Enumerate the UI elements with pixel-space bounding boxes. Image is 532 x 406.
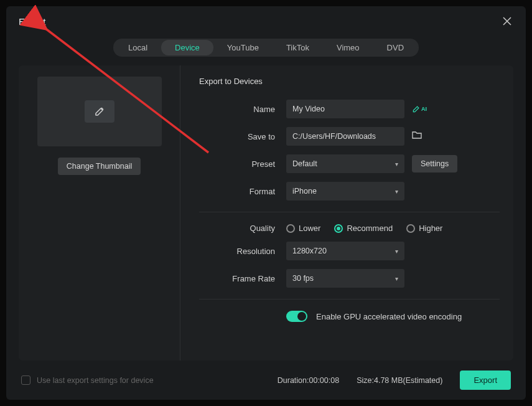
export-button[interactable]: Export <box>460 371 511 390</box>
row-gpu-toggle: Enable GPU accelerated video encoding <box>286 311 500 322</box>
resolution-label: Resolution <box>199 247 286 256</box>
tab-bar-container: Local Device YouTube TikTok Vimeo DVD <box>6 32 526 65</box>
preset-settings-button[interactable]: Settings <box>412 155 457 172</box>
dialog-header: Export <box>6 6 526 32</box>
dialog-title: Export <box>19 16 45 27</box>
saveto-label: Save to <box>199 132 286 141</box>
duration-label: Duration: <box>278 376 309 385</box>
chevron-down-icon: ▾ <box>395 248 398 255</box>
thumbnail-preview <box>37 77 162 146</box>
format-label: Format <box>199 187 286 196</box>
quality-radio-higher[interactable]: Higher <box>406 224 442 233</box>
framerate-value: 30 fps <box>292 274 314 283</box>
preset-select[interactable]: Default ▾ <box>286 154 404 173</box>
name-input[interactable] <box>286 100 404 118</box>
quality-radio-lower[interactable]: Lower <box>286 224 320 233</box>
chevron-down-icon: ▾ <box>395 161 398 168</box>
export-dialog: Export Local Device YouTube TikTok Vimeo… <box>6 6 526 400</box>
row-format: Format iPhone ▾ <box>199 182 500 201</box>
section-title: Export to Devices <box>199 77 500 86</box>
quality-radio-group: Lower Recommend Higher <box>286 224 442 233</box>
close-button[interactable] <box>501 15 513 27</box>
tab-dvd[interactable]: DVD <box>373 40 418 55</box>
row-framerate: Frame Rate 30 fps ▾ <box>199 269 500 288</box>
radio-icon <box>334 224 343 233</box>
tab-bar: Local Device YouTube TikTok Vimeo DVD <box>113 39 419 57</box>
name-label: Name <box>199 105 286 114</box>
row-preset: Preset Default ▾ Settings <box>199 154 500 173</box>
tab-local[interactable]: Local <box>114 40 161 55</box>
use-last-settings-checkbox[interactable] <box>21 375 30 385</box>
quality-label: Quality <box>199 224 286 233</box>
quality-higher-label: Higher <box>419 224 442 233</box>
settings-pane: Export to Devices Name AI Save to C:/Use… <box>180 65 513 361</box>
chevron-down-icon: ▾ <box>395 275 398 282</box>
gpu-toggle[interactable] <box>286 311 307 322</box>
format-select[interactable]: iPhone ▾ <box>286 182 404 201</box>
resolution-select[interactable]: 1280x720 ▾ <box>286 242 404 260</box>
quality-recommend-label: Recommend <box>347 224 393 233</box>
dialog-footer: Use last export settings for device Dura… <box>6 361 526 400</box>
preset-value: Default <box>292 159 317 168</box>
row-resolution: Resolution 1280x720 ▾ <box>199 242 500 260</box>
pencil-box-icon <box>85 100 114 123</box>
row-quality: Quality Lower Recommend Higher <box>199 224 500 233</box>
preset-label: Preset <box>199 159 286 169</box>
close-icon <box>503 17 511 26</box>
row-saveto: Save to C:/Users/HF/Downloads <box>199 127 500 146</box>
row-name: Name AI <box>199 100 500 118</box>
radio-icon <box>406 224 415 233</box>
use-last-settings-label: Use last export settings for device <box>37 376 154 385</box>
divider <box>199 212 500 212</box>
tab-device[interactable]: Device <box>161 40 213 55</box>
size-label: Size: <box>357 376 374 385</box>
saveto-input[interactable]: C:/Users/HF/Downloads <box>286 127 404 146</box>
toggle-knob <box>297 312 306 321</box>
format-value: iPhone <box>292 187 317 196</box>
chevron-down-icon: ▾ <box>395 188 398 195</box>
framerate-label: Frame Rate <box>199 274 286 283</box>
dialog-body: Change Thumbnail Export to Devices Name … <box>19 65 513 361</box>
gpu-toggle-label: Enable GPU accelerated video encoding <box>316 312 462 321</box>
change-thumbnail-button[interactable]: Change Thumbnail <box>58 158 141 175</box>
quality-lower-label: Lower <box>299 224 320 233</box>
radio-icon <box>286 224 295 233</box>
ai-rename-icon[interactable]: AI <box>412 105 427 113</box>
resolution-value: 1280x720 <box>292 247 327 255</box>
framerate-select[interactable]: 30 fps ▾ <box>286 269 404 288</box>
duration-value: 00:00:08 <box>309 376 339 385</box>
duration-info: Duration:00:00:08 <box>278 376 339 385</box>
quality-radio-recommend[interactable]: Recommend <box>334 224 393 233</box>
size-info: Size:4.78 MB(Estimated) <box>357 376 442 385</box>
saveto-value: C:/Users/HF/Downloads <box>292 132 376 141</box>
divider <box>199 299 500 300</box>
tab-vimeo[interactable]: Vimeo <box>323 40 373 55</box>
thumbnail-pane: Change Thumbnail <box>19 65 180 361</box>
browse-folder-button[interactable] <box>412 131 422 142</box>
tab-tiktok[interactable]: TikTok <box>273 40 323 55</box>
size-value: 4.78 MB(Estimated) <box>374 376 442 385</box>
tab-youtube[interactable]: YouTube <box>213 40 273 55</box>
